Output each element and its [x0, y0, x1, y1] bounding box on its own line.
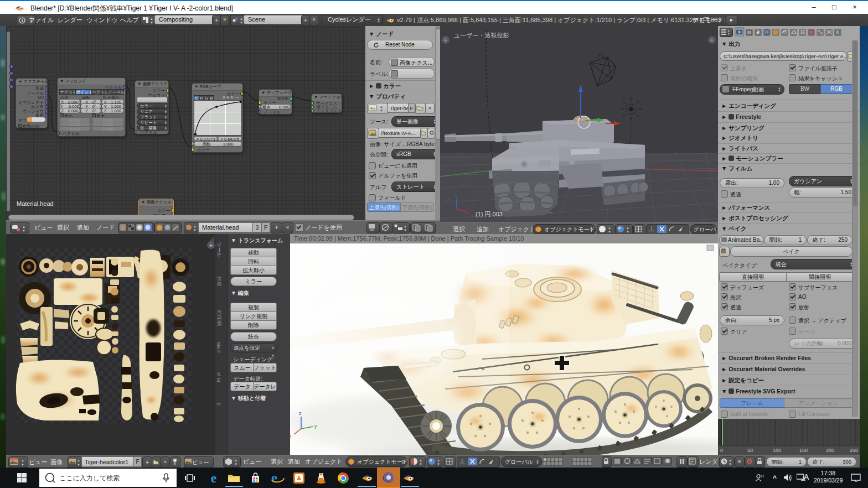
svg-text:z: z — [455, 193, 457, 198]
svg-text:▼: ▼ — [193, 229, 197, 232]
svg-text:▼: ▼ — [608, 230, 611, 233]
svg-text:▲: ▲ — [437, 459, 440, 462]
svg-text:▼: ▼ — [437, 463, 440, 466]
svg-text:▼: ▼ — [419, 463, 422, 466]
svg-text:▼: ▼ — [77, 463, 80, 466]
svg-text:▲: ▲ — [380, 105, 383, 108]
svg-text:▲: ▲ — [234, 459, 237, 462]
svg-text:▼: ▼ — [380, 109, 383, 112]
svg-text:▲: ▲ — [240, 17, 243, 20]
svg-text:▲: ▲ — [626, 226, 629, 230]
svg-text:▲: ▲ — [728, 459, 732, 462]
svg-text:▼: ▼ — [404, 229, 407, 232]
svg-text:▲: ▲ — [22, 225, 25, 229]
svg-text:▲: ▲ — [419, 459, 422, 462]
svg-text:▼: ▼ — [21, 463, 24, 466]
svg-text:R: R — [761, 474, 764, 478]
svg-text:▼: ▼ — [727, 32, 730, 35]
svg-text:▲: ▲ — [77, 459, 80, 462]
svg-text:▼: ▼ — [728, 463, 732, 466]
svg-text:+: + — [710, 37, 714, 43]
svg-text:▲: ▲ — [193, 225, 197, 228]
svg-text:+: + — [444, 37, 447, 43]
svg-text:▼: ▼ — [626, 230, 629, 233]
svg-text:▲: ▲ — [21, 459, 24, 462]
svg-text:▼: ▼ — [240, 21, 243, 24]
svg-text:x: x — [467, 210, 469, 215]
svg-text:z: z — [299, 411, 302, 416]
svg-text:+: + — [209, 242, 213, 248]
svg-text:▲: ▲ — [150, 17, 153, 20]
svg-text:▼: ▼ — [234, 463, 237, 466]
svg-text:y: y — [314, 423, 317, 429]
svg-text:▼: ▼ — [150, 21, 153, 24]
svg-text:▲: ▲ — [404, 225, 407, 228]
svg-text:▼: ▼ — [22, 229, 25, 232]
svg-text:▲: ▲ — [608, 226, 611, 230]
